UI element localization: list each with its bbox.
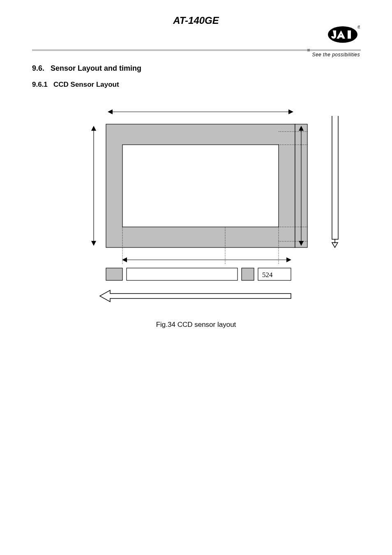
register-count-label: 524 <box>262 271 273 279</box>
svg-rect-1 <box>348 30 351 39</box>
svg-rect-18 <box>106 268 122 280</box>
page-title: AT-140GE <box>0 15 392 26</box>
subsection-number: 9.6.1 <box>32 81 48 88</box>
svg-text:®: ® <box>357 25 360 30</box>
subsection-heading: 9.6.1 CCD Sensor Layout <box>32 81 119 89</box>
section-heading: 9.6. Sensor Layout and timing <box>32 64 141 73</box>
logo-tagline: See the possibilities <box>312 52 360 58</box>
section-title: Sensor Layout and timing <box>51 64 141 72</box>
ccd-layout-figure: 524 <box>32 99 361 330</box>
header-rule-tick <box>307 49 310 51</box>
header-rule <box>32 49 361 51</box>
subsection-title: CCD Sensor Layout <box>53 81 119 88</box>
svg-rect-19 <box>127 268 238 280</box>
svg-rect-5 <box>122 145 279 227</box>
section-number: 9.6. <box>32 64 44 72</box>
svg-rect-20 <box>242 268 254 280</box>
figure-caption: Fig.34 CCD sensor layout <box>0 321 392 329</box>
jai-logo: ® <box>327 25 360 47</box>
